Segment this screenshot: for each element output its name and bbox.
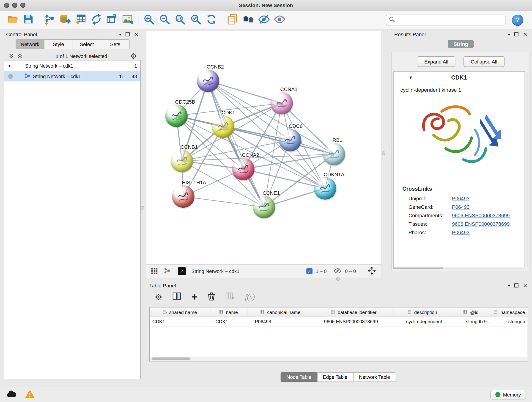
open-session-button[interactable] xyxy=(5,13,20,27)
column-header-name[interactable]: name xyxy=(210,307,247,317)
hide-selected-button[interactable] xyxy=(256,13,272,27)
column-header-id[interactable]: @id xyxy=(451,307,491,317)
first-neighbors-button[interactable] xyxy=(241,13,256,27)
delete-table-icon[interactable] xyxy=(225,292,234,302)
expand-all-button[interactable]: Expand All xyxy=(417,56,456,67)
column-header-namespace[interactable]: namespace xyxy=(491,307,527,317)
import-table-file-button[interactable] xyxy=(73,13,89,27)
tab-edge-table[interactable]: Edge Table xyxy=(317,372,353,382)
network-node-CCNA1[interactable] xyxy=(270,92,293,114)
clone-network-button[interactable] xyxy=(89,13,104,27)
global-search[interactable] xyxy=(386,15,506,26)
add-row-icon[interactable]: + xyxy=(191,292,197,302)
save-icon xyxy=(23,14,33,26)
minimize-window-button[interactable] xyxy=(12,2,17,7)
node-label-RB1: RB1 xyxy=(332,137,342,143)
left-splitter-handle[interactable] xyxy=(140,206,144,210)
crosslink-link-compartments[interactable]: 9606.ENSP00000378699 xyxy=(452,212,510,218)
zoom-in-button[interactable] xyxy=(141,13,157,27)
zoom-out-button[interactable] xyxy=(157,13,172,27)
birdseye-grid-icon[interactable] xyxy=(151,267,158,275)
panel-menu-icon[interactable]: ▾ xyxy=(508,32,510,36)
tab-network[interactable]: Network xyxy=(16,39,44,49)
table-row[interactable]: CDK1 CDK1 P06493 9606.ENSP00000378699 cy… xyxy=(150,317,528,326)
crosslink-link-tissues[interactable]: 9606.ENSP00000378699 xyxy=(452,221,510,227)
panel-float-icon[interactable] xyxy=(126,32,130,36)
network-node-CDC25B[interactable] xyxy=(165,104,188,127)
export-image-button[interactable] xyxy=(120,13,135,27)
panel-float-icon[interactable] xyxy=(515,283,519,288)
selected-checkbox-icon[interactable]: ✓ xyxy=(306,268,312,274)
import-network-file-button[interactable] xyxy=(42,13,57,27)
network-collection-row[interactable]: ▼ String Network – cdk1 1 xyxy=(4,61,140,71)
panel-menu-icon[interactable]: ▾ xyxy=(119,32,121,36)
close-window-button[interactable] xyxy=(4,2,9,7)
results-panel: Results Panel ▾ ✕ String Expand All Coll… xyxy=(391,30,531,271)
results-vertical-scrollbar[interactable] xyxy=(526,73,528,267)
network-status-dot xyxy=(8,74,13,79)
search-input[interactable] xyxy=(395,17,503,23)
network-options-gear-icon[interactable]: ⚙ xyxy=(130,53,137,60)
card-collapse-icon[interactable]: ▼ xyxy=(409,75,413,80)
network-node-CDKN1A[interactable] xyxy=(314,177,336,200)
save-session-button[interactable] xyxy=(20,13,36,27)
zoom-fit-button[interactable] xyxy=(172,13,188,27)
warning-icon[interactable] xyxy=(25,390,35,399)
panel-close-icon[interactable]: ✕ xyxy=(523,32,527,37)
collapse-all-button[interactable]: Collapse All xyxy=(463,56,504,67)
tab-sets[interactable]: Sets xyxy=(101,39,130,49)
network-node-CCNB1[interactable] xyxy=(171,150,193,172)
panel-menu-icon[interactable]: ▾ xyxy=(508,283,510,288)
tab-node-table[interactable]: Node Table xyxy=(281,372,317,382)
panel-close-icon[interactable]: ✕ xyxy=(134,32,139,37)
expand-all-icon[interactable] xyxy=(17,53,22,60)
network-node-HIST1H1A[interactable] xyxy=(172,185,195,208)
crosslink-link-genecard[interactable]: P06493 xyxy=(452,204,470,210)
pan-move-icon[interactable] xyxy=(367,266,376,276)
zoom-selected-button[interactable] xyxy=(188,13,203,27)
crosslink-link-pharos[interactable]: P06493 xyxy=(452,230,470,235)
memory-button[interactable]: Memory xyxy=(490,390,526,399)
bottom-splitter-handle[interactable] xyxy=(336,277,340,281)
collapse-all-icon[interactable] xyxy=(9,53,14,60)
table-horizontal-scrollbar[interactable] xyxy=(150,357,527,361)
table-settings-gear-icon[interactable]: ⚙ xyxy=(155,293,162,301)
open-in-new-icon[interactable]: ↗ xyxy=(178,267,186,275)
right-splitter-handle[interactable] xyxy=(382,151,385,155)
column-header-canonical-name[interactable]: canonical name xyxy=(247,307,314,317)
delete-row-icon[interactable] xyxy=(208,292,215,302)
new-network-from-table-button[interactable] xyxy=(104,13,120,27)
import-network-database-button[interactable] xyxy=(57,13,73,27)
tab-style[interactable]: Style xyxy=(44,39,73,49)
results-horizontal-scrollbar[interactable] xyxy=(393,268,525,269)
panel-close-icon[interactable]: ✕ xyxy=(523,283,527,288)
function-builder-icon[interactable]: f(x) xyxy=(245,293,255,301)
tab-network-table[interactable]: Network Table xyxy=(353,372,396,382)
panel-float-icon[interactable] xyxy=(515,32,519,36)
tree-expand-icon[interactable]: ▼ xyxy=(7,63,15,68)
network-node-CCNB2[interactable] xyxy=(197,70,219,92)
tab-select[interactable]: Select xyxy=(73,39,101,49)
network-row[interactable]: String Network – cdk1 11 48 xyxy=(4,71,140,82)
hidden-eye-slash-icon[interactable] xyxy=(333,267,342,275)
network-canvas[interactable]: CCNB2CCNA1CDC25BCDK1CDC6RB1CCNB1CCNA2CDK… xyxy=(146,31,381,265)
cloud-icon[interactable] xyxy=(6,390,16,399)
string-results-tab[interactable]: String xyxy=(448,40,474,48)
network-node-CCNA2[interactable] xyxy=(232,158,254,180)
network-node-CCNE1[interactable] xyxy=(253,196,275,218)
copy-document-button[interactable] xyxy=(225,13,241,27)
help-button[interactable]: ? xyxy=(512,14,523,26)
column-header-description[interactable]: description xyxy=(394,307,451,317)
window-controls[interactable] xyxy=(4,2,25,7)
column-header-shared-name[interactable]: shared name xyxy=(150,307,210,317)
network-node-CDK1[interactable] xyxy=(212,115,234,138)
column-header-database-identifier[interactable]: database identifier xyxy=(314,307,394,317)
show-all-button[interactable] xyxy=(272,13,287,27)
network-share-icon[interactable] xyxy=(164,268,170,275)
network-node-RB1[interactable] xyxy=(323,143,345,165)
refresh-layout-button[interactable] xyxy=(204,13,219,27)
show-columns-icon[interactable] xyxy=(172,292,181,302)
network-node-CDC6[interactable] xyxy=(279,129,301,152)
zoom-window-button[interactable] xyxy=(20,2,25,7)
crosslink-link-uniprot[interactable]: P06493 xyxy=(452,196,470,201)
